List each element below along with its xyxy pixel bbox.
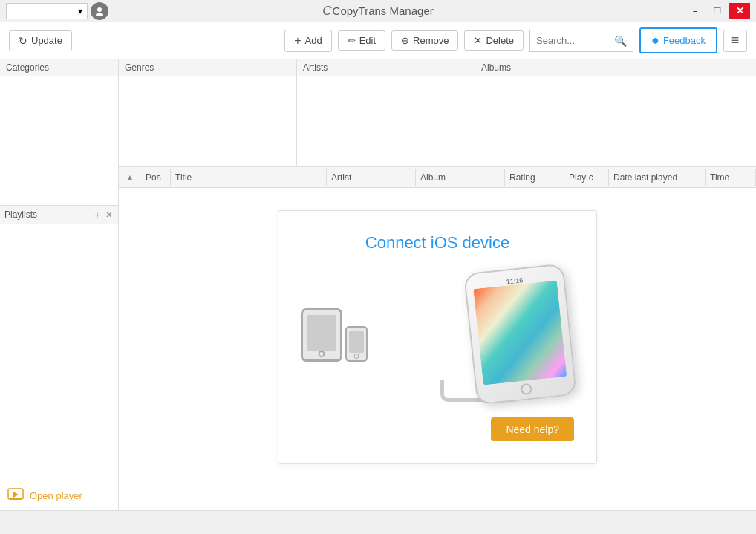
albums-label: Albums [481, 62, 511, 73]
ipad-icon [301, 308, 342, 362]
title-bar: ▾ C CopyTrans Manager − ❐ ✕ [0, 0, 756, 22]
connect-title: Connect iOS device [365, 233, 509, 253]
playlists-content [0, 224, 118, 481]
th-artist[interactable]: Artist [327, 169, 416, 186]
th-title[interactable]: Title [171, 169, 327, 186]
minus-circle-icon: ⊖ [401, 35, 409, 46]
feedback-label: Feedback [663, 35, 706, 46]
main-area: Categories Playlists + × Open [0, 59, 756, 510]
playlists-header: Playlists + × [0, 206, 118, 224]
connect-card: Connect iOS device [278, 210, 597, 464]
plus-icon: + [294, 34, 301, 48]
connect-content: 11:16 [301, 264, 574, 406]
browser-panels: Genres Artists Albums [119, 59, 756, 510]
logo-c-icon: C [322, 4, 331, 19]
feedback-button[interactable]: ● Feedback [639, 27, 717, 53]
app-title: C CopyTrans Manager [322, 4, 433, 19]
iphone-illustration: 11:16 [426, 264, 574, 406]
player-icon [7, 488, 24, 504]
update-button[interactable]: ↻ Update [9, 30, 72, 51]
genres-label: Genres [125, 62, 154, 73]
window-controls: − ❐ ✕ [685, 3, 750, 19]
artists-header: Artists [297, 59, 475, 76]
artists-panel: Artists [297, 59, 475, 166]
playlists-label: Playlists [4, 209, 90, 220]
x-icon: ✕ [474, 35, 482, 46]
need-help-button[interactable]: Need help? [491, 417, 574, 441]
update-label: Update [31, 35, 62, 46]
top-browser-row: Genres Artists Albums [119, 59, 756, 167]
th-datelast[interactable]: Date last played [609, 169, 706, 186]
genres-header: Genres [119, 59, 296, 76]
th-pos[interactable]: Pos [141, 169, 171, 186]
iphone-small-home [354, 354, 359, 359]
iphone-screen [473, 280, 567, 385]
device-icons-area [301, 308, 368, 362]
devices-row [301, 308, 368, 362]
artists-content [297, 76, 475, 166]
close-button[interactable]: ✕ [729, 3, 750, 19]
device-dropdown[interactable]: ▾ [6, 3, 88, 19]
sort-icon: ▲ [119, 172, 141, 183]
th-playcount[interactable]: Play c [564, 169, 609, 186]
user-icon [94, 6, 105, 16]
add-playlist-icon: + [94, 209, 100, 221]
add-playlist-button[interactable]: + [93, 209, 102, 221]
toolbar: ↻ Update + Add ✏ Edit ⊖ Remove ✕ Delete … [0, 22, 756, 59]
artists-label: Artists [303, 62, 328, 73]
close-playlist-button[interactable]: × [105, 209, 114, 221]
search-icon: 🔍 [614, 35, 627, 47]
ipad-home [319, 351, 325, 357]
iphone-home-button [520, 383, 532, 395]
albums-header: Albums [475, 59, 756, 76]
feedback-dot-icon: ● [651, 33, 659, 48]
app-name: CopyTrans Manager [333, 4, 434, 17]
chevron-down-icon: ▾ [78, 6, 82, 16]
delete-button[interactable]: ✕ Delete [464, 30, 524, 51]
categories-label: Categories [6, 62, 49, 73]
delete-label: Delete [486, 35, 514, 46]
user-icon-button[interactable] [91, 2, 108, 20]
refresh-icon: ↻ [19, 35, 27, 47]
th-rating[interactable]: Rating [505, 169, 564, 186]
albums-content [475, 76, 756, 166]
categories-header: Categories [0, 59, 118, 76]
genres-panel: Genres [119, 59, 297, 166]
hamburger-icon: ≡ [731, 33, 740, 48]
add-button[interactable]: + Add [284, 30, 331, 52]
remove-button[interactable]: ⊖ Remove [391, 30, 458, 51]
genres-content [119, 76, 296, 166]
svg-rect-3 [10, 498, 22, 500]
need-help-row: Need help? [301, 417, 574, 441]
iphone-screen-content [473, 280, 567, 385]
iphone-small-screen [349, 331, 364, 353]
tracks-table-header: ▲ Pos Title Artist Album Ratin [119, 167, 756, 188]
add-label: Add [304, 35, 322, 46]
svg-point-0 [97, 7, 102, 12]
th-album[interactable]: Album [416, 169, 505, 186]
restore-button[interactable]: ❐ [707, 3, 728, 19]
connect-ios-panel: Connect iOS device [119, 188, 756, 510]
pencil-icon: ✏ [348, 35, 356, 46]
iphone-small-icon [345, 326, 368, 362]
categories-content [0, 76, 118, 206]
menu-button[interactable]: ≡ [723, 30, 747, 52]
th-time[interactable]: Time [706, 169, 756, 186]
edit-button[interactable]: ✏ Edit [338, 30, 385, 51]
search-input[interactable] [536, 35, 611, 46]
open-player-button[interactable]: Open player [0, 481, 118, 510]
edit-label: Edit [359, 35, 376, 46]
ipad-screen [307, 315, 336, 351]
minimize-button[interactable]: − [685, 3, 706, 19]
tracks-area: ▲ Pos Title Artist Album Ratin [119, 167, 756, 510]
title-bar-left: ▾ [6, 2, 108, 20]
bottom-bar [0, 510, 756, 534]
close-playlist-icon: × [106, 209, 112, 221]
remove-label: Remove [413, 35, 449, 46]
player-svg-icon [7, 488, 24, 501]
search-box: 🔍 [529, 30, 633, 52]
svg-marker-4 [13, 492, 19, 498]
svg-point-1 [96, 13, 103, 16]
tracks-panel: ▲ Pos Title Artist Album Ratin [119, 167, 756, 510]
open-player-label: Open player [30, 490, 82, 501]
